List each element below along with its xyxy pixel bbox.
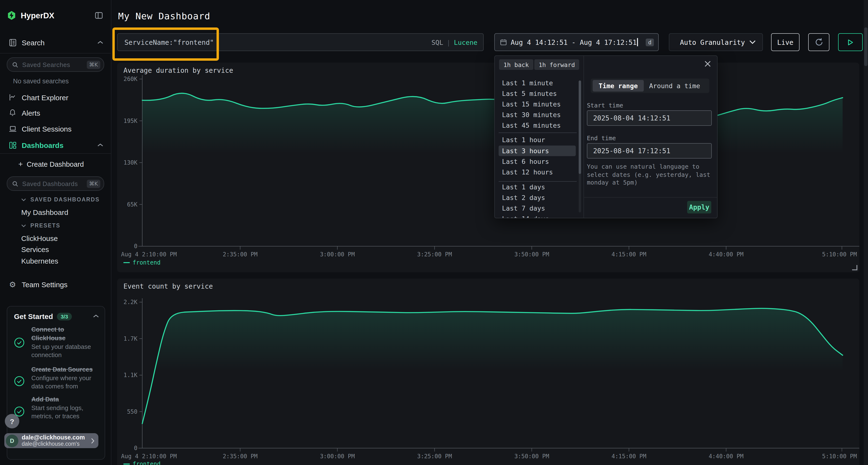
time-picker-tabs: Time range Around a time <box>591 78 709 93</box>
progress-badge: 3/3 <box>57 312 72 320</box>
gs-item-sources[interactable]: Create Data Sources Configure where your… <box>31 365 100 390</box>
shift-forward-button[interactable]: 1h forward <box>534 59 579 70</box>
start-time-input[interactable]: 2025-08-04 14:12:51 <box>587 110 712 126</box>
chevron-up-icon[interactable] <box>93 314 99 318</box>
range-option[interactable]: Last 45 minutes <box>499 120 576 131</box>
end-time-label: End time <box>587 134 616 142</box>
svg-text:4:15:00 PM: 4:15:00 PM <box>612 453 646 460</box>
chevron-up-icon[interactable] <box>97 40 103 44</box>
close-icon[interactable] <box>704 60 711 67</box>
play-icon <box>847 39 854 45</box>
shift-back-button[interactable]: 1h back <box>499 59 533 70</box>
saved-searches-input[interactable]: Saved Searches ⌘K <box>7 57 104 72</box>
range-option[interactable]: Last 1 minute <box>499 77 576 88</box>
text-cursor <box>637 38 638 46</box>
user-menu[interactable]: D dale@clickhouse.com dale@clickhouse.co… <box>4 433 98 448</box>
saved-dashboards-input[interactable]: Saved Dashboards ⌘K <box>7 176 104 191</box>
sidebar-divider <box>0 153 111 154</box>
svg-text:3:25:00 PM: 3:25:00 PM <box>417 453 452 460</box>
chart-legend[interactable]: frontend <box>123 461 161 465</box>
sidebar-item-client-sessions[interactable]: Client Sessions <box>0 123 111 134</box>
granularity-select[interactable]: Auto Granularity <box>669 33 763 51</box>
laptop-icon <box>8 124 18 133</box>
live-button[interactable]: Live <box>771 33 800 51</box>
tab-time-range[interactable]: Time range <box>593 80 644 92</box>
sidebar-item-dashboards[interactable]: Dashboards <box>0 139 111 151</box>
svg-text:3:50:00 PM: 3:50:00 PM <box>514 453 549 460</box>
range-option[interactable]: Last 15 minutes <box>499 99 576 109</box>
range-option[interactable]: Last 30 minutes <box>499 109 576 120</box>
svg-text:4:40:00 PM: 4:40:00 PM <box>709 251 744 258</box>
svg-text:3:00:00 PM: 3:00:00 PM <box>320 453 355 460</box>
range-option[interactable]: Last 5 minutes <box>499 88 576 99</box>
range-option[interactable]: Last 2 days <box>499 192 576 203</box>
sidebar: HyperDX Search <box>0 0 112 465</box>
section-presets[interactable]: PRESETS <box>0 220 111 231</box>
sidebar-item-my-dashboard[interactable]: My Dashboard <box>0 206 111 218</box>
time-picker-popup: 1h back 1h forward Last 1 minute Last 5 … <box>494 56 717 218</box>
range-option[interactable]: Last 14 days <box>499 213 576 218</box>
gs-item-add-data[interactable]: Add Data Start sending logs, metrics, or… <box>31 395 100 420</box>
svg-text:3:50:00 PM: 3:50:00 PM <box>514 251 549 258</box>
search-icon <box>12 180 18 187</box>
chevron-up-icon[interactable] <box>97 143 103 147</box>
sidebar-item-chart-explorer[interactable]: Chart Explorer <box>0 92 111 103</box>
range-option[interactable]: Last 1 days <box>499 182 576 192</box>
help-button[interactable]: ? <box>5 414 19 428</box>
play-button[interactable] <box>838 33 863 51</box>
svg-text:2:35:00 PM: 2:35:00 PM <box>223 453 258 460</box>
apply-button[interactable]: Apply <box>687 201 711 213</box>
check-circle-icon <box>13 337 25 348</box>
column-divider <box>584 56 584 218</box>
sidebar-item-kubernetes[interactable]: Kubernetes <box>0 255 111 266</box>
sidebar-item-clickhouse[interactable]: ClickHouse <box>0 232 111 244</box>
search-icon <box>12 61 18 68</box>
get-started-header[interactable]: Get Started 3/3 <box>14 312 72 321</box>
range-option-selected[interactable]: Last 3 hours <box>499 145 576 156</box>
sidebar-item-search[interactable]: Search <box>0 37 111 48</box>
svg-text:3:25:00 PM: 3:25:00 PM <box>417 251 452 258</box>
range-option[interactable]: Last 12 hours <box>499 167 576 177</box>
start-time-label: Start time <box>587 102 623 109</box>
resize-handle[interactable] <box>852 265 858 270</box>
shortcut-badge: ⌘K <box>87 179 100 188</box>
range-option[interactable]: Last 1 hour <box>499 134 576 145</box>
svg-text:5:10:00 PM: 5:10:00 PM <box>822 251 857 258</box>
svg-text:Aug 4 2:10:00 PM: Aug 4 2:10:00 PM <box>121 453 177 460</box>
time-range-input[interactable]: Aug 4 14:12:51 - Aug 4 17:12:51 d <box>494 33 659 51</box>
page-scrollbar[interactable] <box>864 0 868 465</box>
scrollbar-thumb[interactable] <box>579 80 581 174</box>
svg-text:260K: 260K <box>123 76 137 82</box>
chart-legend[interactable]: frontend <box>123 259 161 266</box>
svg-text:5:10:00 PM: 5:10:00 PM <box>822 453 857 460</box>
check-circle-icon <box>13 375 25 387</box>
query-language-toggle[interactable]: SQL | Lucene <box>431 38 477 46</box>
bell-icon <box>8 108 18 118</box>
section-saved-dashboards[interactable]: SAVED DASHBOARDS <box>0 194 111 205</box>
end-time-input[interactable]: 2025-08-04 17:12:51 <box>587 143 712 159</box>
sidebar-item-alerts[interactable]: Alerts <box>0 107 111 119</box>
sidebar-item-team-settings[interactable]: ⚙ Team Settings <box>0 278 111 290</box>
chart-canvas[interactable]: 260K195K130K65K0Aug 4 2:10:00 PM2:35:00 … <box>117 63 859 272</box>
brand-name: HyperDX <box>21 11 54 20</box>
range-option[interactable]: Last 6 hours <box>499 156 576 167</box>
svg-text:2.2K: 2.2K <box>123 299 137 305</box>
sql-toggle[interactable]: SQL <box>431 38 443 46</box>
sidebar-divider <box>0 53 111 54</box>
chart-explorer-icon <box>8 93 18 102</box>
tab-around-a-time[interactable]: Around a time <box>644 80 706 92</box>
create-dashboard-button[interactable]: + Create Dashboard <box>0 159 111 170</box>
gear-icon: ⚙ <box>8 279 18 289</box>
chart-canvas[interactable]: 2.2K1.7K1.1K5500Aug 4 2:10:00 PM2:35:00 … <box>117 278 859 465</box>
sidebar-item-services[interactable]: Services <box>0 243 111 255</box>
range-option[interactable]: Last 7 days <box>499 203 576 213</box>
page-scrollbar-thumb[interactable] <box>864 28 868 66</box>
sidebar-collapse-icon[interactable] <box>94 11 103 20</box>
gs-item-connect[interactable]: Connect to ClickHouse Set up your databa… <box>31 325 98 359</box>
svg-text:3:00:00 PM: 3:00:00 PM <box>320 251 355 258</box>
plus-icon: + <box>18 160 23 169</box>
svg-text:Aug 4 2:10:00 PM: Aug 4 2:10:00 PM <box>121 251 177 258</box>
refresh-button[interactable] <box>808 33 830 51</box>
lucene-toggle[interactable]: Lucene <box>454 38 477 46</box>
chevron-down-icon <box>749 40 756 44</box>
